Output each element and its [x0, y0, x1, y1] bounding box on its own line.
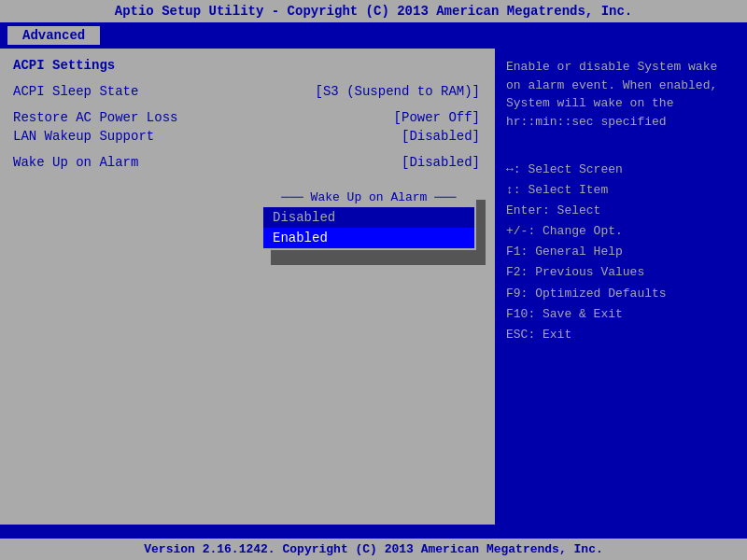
- dropdown-title-text: Wake Up on Alarm: [311, 190, 428, 204]
- section-title: ACPI Settings: [13, 58, 480, 73]
- help-text: Enable or disable System wake on alarm e…: [506, 58, 736, 131]
- key-legend: ↔: Select Screen↕: Select ItemEnter: Sel…: [506, 160, 736, 345]
- dropdown-items: DisabledEnabled: [263, 207, 474, 248]
- title-bar: Aptio Setup Utility - Copyright (C) 2013…: [0, 0, 747, 22]
- key-3: +/-: Change Opt.: [506, 221, 623, 242]
- key-0: ↔: Select Screen: [506, 160, 623, 180]
- key-line-7: F10: Save & Exit: [506, 304, 736, 325]
- dropdown-overlay: Wake Up on Alarm DisabledEnabled: [261, 187, 476, 250]
- key-line-0: ↔: Select Screen: [506, 160, 736, 180]
- setting-label-0: ACPI Sleep State: [13, 84, 138, 99]
- right-panel: Enable or disable System wake on alarm e…: [493, 49, 747, 525]
- dropdown-title: Wake Up on Alarm: [263, 189, 474, 207]
- setting-value-5: [Disabled]: [402, 155, 480, 170]
- key-line-6: F9: Optimized Defaults: [506, 284, 736, 304]
- setting-label-2: Restore AC Power Loss: [13, 110, 177, 125]
- dropdown-item-0[interactable]: Disabled: [263, 207, 474, 228]
- setting-label-5: Wake Up on Alarm: [13, 155, 138, 170]
- setting-label-3: LAN Wakeup Support: [13, 129, 154, 144]
- key-1: ↕: Select Item: [506, 180, 608, 201]
- key-line-8: ESC: Exit: [506, 325, 736, 345]
- divider: [506, 149, 736, 150]
- key-line-4: F1: General Help: [506, 242, 736, 262]
- key-7: F10: Save & Exit: [506, 304, 623, 325]
- setting-value-3: [Disabled]: [402, 129, 480, 144]
- key-line-1: ↕: Select Item: [506, 180, 736, 201]
- setting-value-0: [S3 (Suspend to RAM)]: [316, 84, 480, 99]
- setting-row-3[interactable]: LAN Wakeup Support[Disabled]: [13, 129, 480, 144]
- bottom-text: Version 2.16.1242. Copyright (C) 2013 Am…: [144, 542, 602, 556]
- key-2: Enter: Select: [506, 201, 600, 221]
- setting-row-2[interactable]: Restore AC Power Loss[Power Off]: [13, 110, 480, 125]
- setting-row-0[interactable]: ACPI Sleep State[S3 (Suspend to RAM)]: [13, 84, 480, 99]
- dropdown-item-1[interactable]: Enabled: [263, 228, 474, 248]
- settings-container: ACPI Sleep State[S3 (Suspend to RAM)]Res…: [13, 84, 480, 170]
- title-text: Aptio Setup Utility - Copyright (C) 2013…: [115, 4, 633, 19]
- key-8: ESC: Exit: [506, 325, 581, 345]
- tab-bar: Advanced: [0, 22, 747, 49]
- tab-advanced[interactable]: Advanced: [7, 26, 100, 45]
- key-4: F1: General Help: [506, 242, 623, 262]
- main-layout: ACPI Settings ACPI Sleep State[S3 (Suspe…: [0, 49, 747, 525]
- key-line-2: Enter: Select: [506, 201, 736, 221]
- key-line-3: +/-: Change Opt.: [506, 221, 736, 242]
- key-5: F2: Previous Values: [506, 262, 644, 283]
- bottom-bar: Version 2.16.1242. Copyright (C) 2013 Am…: [0, 539, 747, 560]
- left-panel: ACPI Settings ACPI Sleep State[S3 (Suspe…: [0, 49, 493, 525]
- key-6: F9: Optimized Defaults: [506, 284, 667, 304]
- setting-row-5[interactable]: Wake Up on Alarm[Disabled]: [13, 155, 480, 170]
- key-line-5: F2: Previous Values: [506, 262, 736, 283]
- setting-value-2: [Power Off]: [394, 110, 480, 125]
